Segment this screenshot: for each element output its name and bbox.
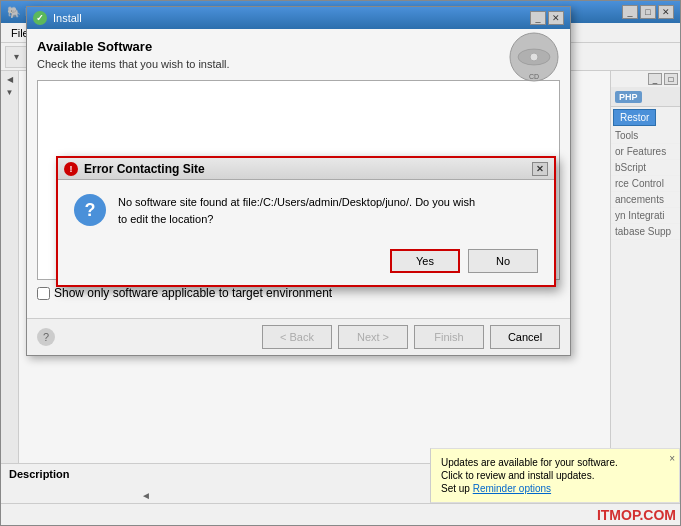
dialog-close-button[interactable]: ✕ xyxy=(548,11,564,25)
error-message-line1: No software site found at file:/C:/Users… xyxy=(118,194,475,211)
notification-line2: Click to review and install updates. xyxy=(441,470,669,481)
question-icon: ? xyxy=(74,194,106,226)
php-panel-minimize-btn[interactable]: _ xyxy=(648,73,662,85)
right-panel-item-7: tabase Supp xyxy=(611,224,680,240)
php-panel-header: PHP xyxy=(611,87,680,107)
close-button[interactable]: ✕ xyxy=(658,5,674,19)
dialog-help-area: ? xyxy=(37,325,256,349)
status-bar xyxy=(1,503,680,525)
help-icon-button[interactable]: ? xyxy=(37,328,55,346)
dialog-button-row: ? < Back Next > Finish Cancel xyxy=(27,318,570,355)
ide-window: 🐘 PHP - Welcome - Zend Studio - C:\Users… xyxy=(0,0,681,526)
right-panel-item-6: yn Integrati xyxy=(611,208,680,224)
install-icon: ✓ xyxy=(33,11,47,25)
php-panel-top-controls: _ □ xyxy=(611,71,680,87)
error-dialog-titlebar: ! Error Contacting Site ✕ xyxy=(58,158,554,180)
dialog-minimize-button[interactable]: _ xyxy=(530,11,546,25)
right-panel-item-4: rce Control xyxy=(611,176,680,192)
dialog-header-area: Available Software Check the items that … xyxy=(37,39,560,70)
php-badge: PHP xyxy=(615,91,642,103)
right-panel-item-3: bScript xyxy=(611,160,680,176)
checkbox-label: Show only software applicable to target … xyxy=(54,286,332,300)
itmop-watermark: ITMOP.COM xyxy=(593,505,680,525)
update-notification: × Updates are available for your softwar… xyxy=(430,448,680,503)
minimize-button[interactable]: _ xyxy=(622,5,638,19)
error-dialog-body: ? No software site found at file:/C:/Use… xyxy=(58,180,554,241)
sidebar-nav-back[interactable]: ◀ xyxy=(7,75,13,84)
description-label: Description xyxy=(9,468,70,480)
maximize-button[interactable]: □ xyxy=(640,5,656,19)
error-message-line2: to edit the location? xyxy=(118,211,475,228)
next-button[interactable]: Next > xyxy=(338,325,408,349)
error-dialog-close-button[interactable]: ✕ xyxy=(532,162,548,176)
svg-point-2 xyxy=(530,53,538,61)
bottom-description-bar: Description ◄ xyxy=(1,463,431,503)
dialog-title-controls: _ ✕ xyxy=(530,11,564,25)
cd-icon: CD xyxy=(508,31,560,83)
no-button[interactable]: No xyxy=(468,249,538,273)
right-panel-item-5: ancements xyxy=(611,192,680,208)
error-dialog-title-text: Error Contacting Site xyxy=(84,162,205,176)
reminder-options-link[interactable]: Reminder options xyxy=(473,483,551,494)
yes-button[interactable]: Yes xyxy=(390,249,460,273)
right-panel-item-2: or Features xyxy=(611,144,680,160)
right-php-panel: _ □ PHP Restor Tools or Features bScript… xyxy=(610,71,680,503)
right-panel-item-1: Tools xyxy=(611,128,680,144)
available-software-subtitle: Check the items that you wish to install… xyxy=(37,58,560,70)
finish-button[interactable]: Finish xyxy=(414,325,484,349)
scroll-left-arrow[interactable]: ◄ xyxy=(141,490,151,501)
sidebar-nav-fwd[interactable]: ▼ xyxy=(6,88,14,97)
error-contacting-site-dialog: ! Error Contacting Site ✕ ? No software … xyxy=(56,156,556,287)
notification-line1: Updates are available for your software. xyxy=(441,457,669,468)
toolbar-btn-1[interactable]: ▾ xyxy=(5,46,27,68)
ide-title-icon: 🐘 xyxy=(7,6,21,19)
back-button[interactable]: < Back xyxy=(262,325,332,349)
left-sidebar: ◀ ▼ xyxy=(1,71,19,503)
available-software-header: Available Software xyxy=(37,39,560,54)
available-software-dialog-title: Install xyxy=(53,12,82,24)
error-dialog-title-left: ! Error Contacting Site xyxy=(64,162,205,176)
ide-window-controls: _ □ ✕ xyxy=(622,5,674,19)
notification-line3: Set up Reminder options xyxy=(441,483,669,494)
notification-set-up-text: Set up xyxy=(441,483,470,494)
error-dialog-message: No software site found at file:/C:/Users… xyxy=(118,194,475,227)
dialog-title-left: ✓ Install xyxy=(33,11,82,25)
checkbox-row: Show only software applicable to target … xyxy=(37,286,560,300)
error-title-icon: ! xyxy=(64,162,78,176)
notification-close-button[interactable]: × xyxy=(669,453,675,464)
available-software-dialog-titlebar: ✓ Install _ ✕ xyxy=(27,7,570,29)
restore-button[interactable]: Restor xyxy=(613,109,656,126)
show-only-applicable-checkbox[interactable] xyxy=(37,287,50,300)
php-panel-expand-btn[interactable]: □ xyxy=(664,73,678,85)
cancel-button[interactable]: Cancel xyxy=(490,325,560,349)
svg-text:CD: CD xyxy=(529,73,539,80)
error-dialog-buttons: Yes No xyxy=(58,241,554,285)
